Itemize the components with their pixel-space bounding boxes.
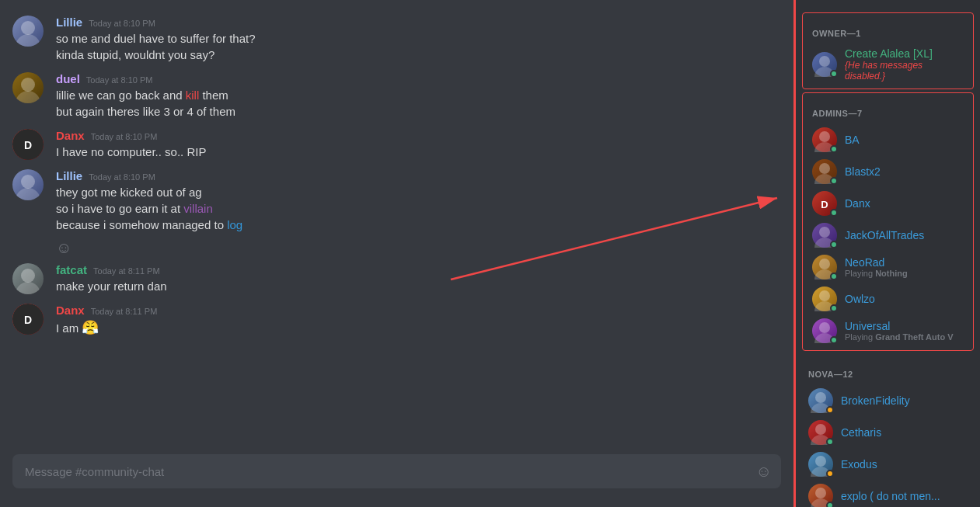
status-indicator — [826, 406, 834, 414]
member-info: Cetharis — [841, 426, 968, 439]
svg-point-9 — [16, 282, 40, 294]
message-content: Lillie Today at 8:10 PM they got me kick… — [56, 169, 781, 233]
avatar — [12, 169, 44, 200]
member-item-danx[interactable]: D Danx — [806, 188, 970, 219]
message-header: Danx Today at 8:10 PM — [56, 129, 781, 142]
nova-section: NOVA—12 BrokenFidelity — [802, 357, 974, 507]
svg-text:D: D — [24, 314, 32, 326]
message-input-area: Message #community-chat ☺ — [0, 454, 793, 507]
member-info: Blastx2 — [845, 165, 964, 178]
member-item-blastx2[interactable]: Blastx2 — [806, 156, 970, 187]
message-content: Lillie Today at 8:10 PM so me and duel h… — [56, 16, 781, 63]
member-item-exodus[interactable]: Exodus — [802, 449, 974, 480]
member-avatar — [812, 286, 837, 311]
message-username[interactable]: Danx — [56, 304, 85, 317]
member-info: NeoRad Playing Nothing — [845, 256, 964, 278]
svg-text:D: D — [24, 139, 32, 151]
status-indicator — [830, 70, 838, 78]
message-input-box[interactable]: Message #community-chat ☺ — [12, 454, 781, 488]
admins-section-header: ADMINS—7 — [806, 96, 970, 124]
message-text: so me and duel have to suffer for that? … — [56, 30, 781, 63]
message-username[interactable]: Danx — [56, 129, 85, 142]
member-info: Danx — [845, 197, 964, 210]
message-header: Danx Today at 8:11 PM — [56, 304, 781, 317]
message-timestamp: Today at 8:10 PM — [89, 172, 155, 182]
member-name: Create Alalea [XL] — [845, 47, 964, 60]
member-avatar — [808, 452, 833, 477]
message-username[interactable]: Lillie — [56, 169, 82, 182]
status-indicator — [830, 241, 838, 248]
message-group: duel Today at 8:10 PM lillie we can go b… — [0, 69, 793, 123]
avatar: D — [12, 304, 44, 335]
svg-text:D: D — [821, 199, 828, 210]
message-input-wrapper: Message #community-chat ☺ — [12, 454, 781, 488]
emoji-button[interactable]: ☺ — [756, 463, 772, 481]
member-item-explo[interactable]: explo ( do not men... — [802, 481, 974, 507]
member-item-jack[interactable]: JackOfAllTrades — [806, 220, 970, 251]
member-name: Owlzo — [845, 293, 964, 305]
message-content: Danx Today at 8:10 PM I have no computer… — [56, 129, 781, 160]
member-name: Blastx2 — [845, 165, 964, 178]
message-text: they got me kicked out of ag so i have t… — [56, 184, 781, 233]
member-info: Universal Playing Grand Theft Auto V — [845, 320, 964, 342]
member-avatar — [812, 52, 837, 77]
member-avatar — [812, 255, 837, 280]
admins-section: ADMINS—7 BA — [802, 92, 974, 351]
message-header: Lillie Today at 8:10 PM — [56, 16, 781, 29]
nova-section-header: NOVA—12 — [802, 357, 974, 385]
status-indicator — [826, 470, 834, 477]
message-header: duel Today at 8:10 PM — [56, 72, 781, 85]
chat-container: Lillie Today at 8:10 PM so me and duel h… — [0, 0, 793, 507]
member-info: Owlzo — [845, 293, 964, 305]
member-name: NeoRad — [845, 256, 964, 269]
svg-point-25 — [819, 290, 830, 301]
member-avatar — [812, 318, 837, 343]
member-status: Playing Grand Theft Auto V — [845, 332, 964, 342]
member-name: Exodus — [841, 458, 968, 471]
member-avatar — [808, 420, 833, 445]
member-avatar — [812, 223, 837, 248]
message-username[interactable]: Lillie — [56, 16, 82, 29]
member-name: Danx — [845, 197, 964, 210]
svg-point-23 — [819, 259, 830, 269]
status-indicator — [826, 438, 834, 446]
message-text: I have no computer.. so.. RIP — [56, 144, 781, 160]
status-indicator — [830, 273, 838, 280]
svg-point-16 — [819, 131, 830, 142]
message-timestamp: Today at 8:10 PM — [86, 75, 153, 85]
message-text: make your return dan — [56, 278, 781, 294]
message-header: fatcat Today at 8:11 PM — [56, 263, 781, 276]
svg-point-0 — [21, 21, 35, 35]
member-name: Cetharis — [841, 426, 968, 439]
svg-point-31 — [815, 424, 826, 435]
member-avatar — [812, 127, 837, 152]
member-item-owlzo[interactable]: Owlzo — [806, 283, 970, 314]
member-name: Universal — [845, 320, 964, 332]
message-timestamp: Today at 8:10 PM — [91, 132, 158, 141]
svg-point-7 — [16, 188, 40, 200]
status-indicator — [830, 177, 838, 185]
member-item-universal[interactable]: Universal Playing Grand Theft Auto V — [806, 315, 970, 346]
avatar — [12, 72, 44, 103]
member-info: Create Alalea [XL] {He has messages disa… — [845, 47, 964, 82]
member-item-ba[interactable]: BA — [806, 124, 970, 155]
member-item-brokenfidelity[interactable]: BrokenFidelity — [802, 385, 974, 416]
reaction-emoji: ☺ — [0, 239, 793, 260]
message-username[interactable]: duel — [56, 72, 80, 85]
message-username[interactable]: fatcat — [56, 263, 87, 276]
member-item-cetharis[interactable]: Cetharis — [802, 417, 974, 448]
status-indicator — [830, 145, 838, 153]
member-item-neorad[interactable]: NeoRad Playing Nothing — [806, 252, 970, 283]
svg-point-21 — [819, 227, 830, 238]
owner-section: OWNER—1 Create Alalea [XL] {He has messa… — [802, 12, 974, 89]
member-item-owner[interactable]: Create Alalea [XL] {He has messages disa… — [806, 44, 970, 85]
avatar: D — [12, 129, 44, 160]
input-placeholder: Message #community-chat — [25, 465, 164, 478]
status-indicator — [830, 209, 838, 217]
message-text: lillie we can go back and kill them but … — [56, 87, 781, 120]
member-info: Exodus — [841, 458, 968, 471]
member-name: JackOfAllTrades — [845, 229, 964, 241]
svg-point-18 — [819, 163, 830, 174]
message-group: Lillie Today at 8:10 PM they got me kick… — [0, 166, 793, 236]
member-avatar — [812, 159, 837, 184]
